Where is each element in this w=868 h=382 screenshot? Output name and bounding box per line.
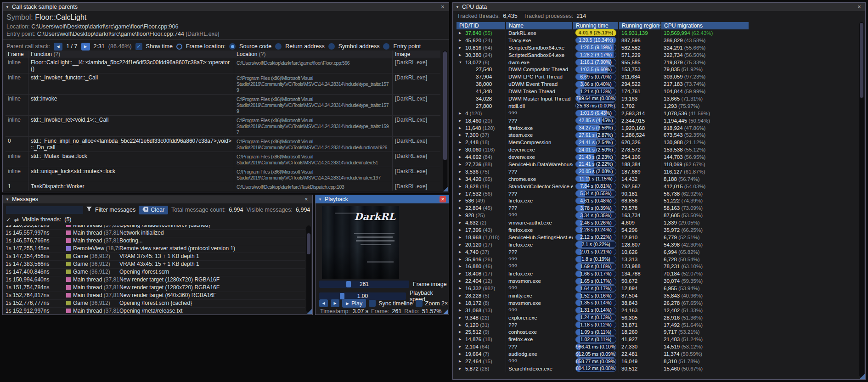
expand-row-icon[interactable]: ▶ (459, 31, 465, 35)
callstack-row[interactable]: inlinestd::_Invoker_ret<void,1>::_CallC:… (6, 116, 440, 137)
clear-button[interactable]: Clear (139, 206, 168, 214)
expand-row-icon[interactable]: ▶ (459, 206, 465, 210)
cpu-row[interactable]: ▶18,460 (20)???42.85 s (4.45%)2,344,9151… (457, 117, 858, 124)
col-pid-tid[interactable]: PID/TID (457, 22, 506, 29)
cpu-row[interactable]: ▶17,396 (43)firefox.exe2.28 s (0.24%)54,… (457, 226, 858, 234)
zoom-2x-checkbox[interactable] (416, 300, 423, 307)
col-running-time[interactable]: Running time (573, 22, 619, 29)
message-row[interactable]: 1s 146,576,766nsMain thread (37,812)Boot… (6, 237, 305, 245)
cpu-row[interactable]: ▶4 (120)???1:01.9 (6.43%)2,593,3141,078,… (457, 110, 858, 117)
cpu-row[interactable]: ▶19,664 (7)audiodg.exe912.05 ms (0.09%)2… (457, 350, 858, 358)
collapse-row-icon[interactable]: ▼ (459, 61, 465, 64)
cpu-row[interactable]: 41,348DWM Token Thread1.21 s (0.13%)174,… (457, 88, 858, 95)
cpu-row[interactable]: ▶22,804 (45)???3.78 s (0.39%)79,57858,16… (457, 204, 858, 212)
expand-row-icon[interactable]: ▶ (459, 264, 465, 268)
cpu-row[interactable]: ▶34,420 (65)chrome.exe11.11 s (1.15%)14,… (457, 175, 858, 183)
cpu-row[interactable]: ▶37,840 (55)DarkRL.exe4:01.9 (25.13%)16,… (457, 29, 858, 37)
expand-row-icon[interactable]: ▶ (459, 236, 465, 239)
message-row[interactable]: 1s 147,354,456nsGame (36,912)VRAM 37x45:… (6, 253, 305, 261)
expand-row-icon[interactable]: ▶ (459, 345, 465, 348)
cpu-row[interactable]: ▶27,736 (88)ServiceHub.DataWarehouseHost… (457, 161, 858, 168)
scrollbar-handle[interactable] (307, 233, 310, 254)
expand-row-icon[interactable]: ▶ (459, 250, 465, 254)
cpu-row[interactable]: ▶8,628 (18)StandardCollector.Service.exe… (457, 183, 858, 190)
check-all-icon[interactable]: ✓ (6, 216, 11, 223)
cpu-row[interactable]: ▶4,740 (37)???2.01 s (0.21%)10,6266,994 … (457, 248, 858, 256)
expand-row-icon[interactable]: ▶ (459, 199, 465, 202)
expand-row-icon[interactable]: ▶ (459, 213, 465, 217)
callstack-row[interactable]: inlinestd::unique_lock<std::mutex>::lock… (6, 167, 440, 182)
cpu-row[interactable]: ▶18,408 (17)firefox.exe1.66 s (0.17%)134… (457, 270, 858, 277)
expand-row-icon[interactable]: ▶ (459, 192, 465, 196)
cpu-row[interactable]: ▶2,104 (64)???986.41 ms (0.10%)27,33014,… (457, 343, 858, 350)
message-row[interactable]: 1s 145,557,997nsMain thread (37,812)Netw… (6, 230, 305, 237)
shuffle-icon[interactable]: ⇄ (14, 216, 18, 223)
sync-timeline-checkbox[interactable] (369, 300, 376, 307)
scrollbar-handle[interactable] (860, 23, 863, 98)
resize-grip[interactable] (860, 374, 865, 379)
cpu-row[interactable]: 27,548DWM Compositor Thread1:03.5 (6.60%… (457, 66, 858, 73)
expand-row-icon[interactable]: ▶ (459, 221, 465, 225)
expand-row-icon[interactable]: ▶ (459, 170, 465, 174)
expand-row-icon[interactable]: ▶ (459, 112, 465, 115)
message-row[interactable]: 1s 152,776,777nsGame (36,912)Opening /fo… (6, 300, 305, 308)
col-function[interactable]: Function (?) (28, 51, 234, 58)
col-frame[interactable]: Frame (6, 51, 28, 58)
cpu-row[interactable]: ▶31,068 (13)???1.31 s (0.14%)24,16312,40… (457, 307, 858, 314)
cpu-row[interactable]: ▶928 (25)???3.34 s (0.35%)163,73487,605 … (457, 212, 858, 219)
cpu-row[interactable]: ▼13,072 (6)dwm.exe1:16.1 (7.90%)955,5857… (457, 59, 858, 66)
close-icon[interactable]: × (440, 4, 446, 10)
cpu-row[interactable]: ▶7,300 (37)steam.exe27.61 s (2.87%)1,286… (457, 131, 858, 139)
show-time-checkbox[interactable]: ✓ (135, 43, 142, 50)
expand-row-icon[interactable]: ▶ (459, 185, 465, 188)
radio-source-code[interactable] (229, 43, 236, 50)
callstack-row[interactable]: inlinestd::invokeC:\Program Files (x86)\… (6, 95, 440, 116)
message-row[interactable]: 1s 147,400,846nsGame (36,912)Opening /fo… (6, 269, 305, 276)
cpu-row[interactable]: 34,028DWM Master Input Thread799.64 ms (… (457, 95, 858, 102)
expand-row-icon[interactable]: ▶ (459, 309, 465, 312)
expand-row-icon[interactable]: ▶ (459, 126, 465, 130)
message-row[interactable]: 1s 150,994,640nsMain thread (37,812)New … (6, 276, 305, 284)
expand-row-icon[interactable]: ▶ (459, 279, 465, 283)
cpu-row[interactable]: 27,800ntdll.dll25.93 ms (0.00%)1,7021,29… (457, 102, 858, 110)
expand-row-icon[interactable]: ▶ (459, 316, 465, 320)
cpu-row[interactable]: ▶35,916 (26)???1.8 s (0.19%)13,3136,728 … (457, 256, 858, 263)
visible-threads-label[interactable]: Visible threads: (22, 216, 61, 223)
expand-row-icon[interactable]: ▶ (459, 323, 465, 327)
expand-row-icon[interactable]: ▶ (459, 228, 465, 232)
cpu-row[interactable]: 38,000uDWM Event Thread3.86 s (0.40%)294… (457, 80, 858, 88)
cpu-row[interactable]: ▶10,816 (64)ScriptedSandbox64.exe1:28.5 … (457, 44, 858, 51)
callstack-row[interactable]: inlineFloor::CalcLight::__l4::<lambda_5b… (6, 58, 440, 73)
resize-grip[interactable] (443, 309, 448, 314)
radio-entry-point[interactable] (383, 43, 389, 50)
collapse-icon[interactable]: ▼ (456, 5, 459, 9)
prev-frame-button[interactable]: ◀ (319, 299, 328, 307)
col-running-regions[interactable]: Running regions (619, 22, 661, 29)
message-row[interactable]: 1s 147,255,145nsRemoteView (18,796)Remot… (6, 245, 305, 253)
callstack-titlebar[interactable]: ▼ Call stack sample parents × (3, 3, 449, 11)
message-row[interactable]: 1s 152,912,997nsMain thread (37,812)Open… (6, 308, 305, 314)
close-icon[interactable]: × (303, 196, 310, 202)
cpu-row[interactable]: ▶14,876 (18)firefox.exe1.02 s (0.11%)41,… (457, 336, 858, 343)
play-button[interactable]: ▶Play (342, 299, 366, 308)
cpu-row[interactable]: ▶16,880 (46)???1.69 s (0.18%)123,98878,2… (457, 263, 858, 270)
cpu-row[interactable]: ▶536 (49)firefox.exe4.61 s (0.48%)68,856… (457, 197, 858, 204)
expand-row-icon[interactable]: ▶ (459, 46, 465, 50)
expand-row-icon[interactable]: ▶ (459, 258, 465, 261)
close-icon[interactable]: × (440, 196, 446, 202)
callstack-row[interactable]: inlinestd::_Mutex_base::lockC:\Program F… (6, 152, 440, 167)
expand-row-icon[interactable]: ▶ (459, 301, 465, 305)
expand-row-icon[interactable]: ▶ (459, 155, 465, 159)
cpu-row[interactable]: ▶20,120 (17)firefox.exe2.1 s (0.22%)128,… (457, 241, 858, 248)
frame-image-slider[interactable]: 261 (319, 281, 409, 288)
col-location[interactable]: Location (?) (234, 51, 393, 58)
cpu-row[interactable]: ▶30,380 (24)ScriptedSandbox64.exe1:28.2 … (457, 51, 858, 59)
cpu-row[interactable]: ▶4,632 (2)vmware-authd.exe2.46 s (0.26%)… (457, 219, 858, 226)
cpu-row[interactable]: ▶16,332 (982)???1.64 s (0.17%)12,8946,95… (457, 285, 858, 292)
expand-row-icon[interactable]: ▶ (459, 360, 465, 363)
expand-row-icon[interactable]: ▶ (459, 272, 465, 275)
expand-row-icon[interactable]: ▶ (459, 163, 465, 166)
expand-row-icon[interactable]: ▶ (459, 133, 465, 137)
resize-grip[interactable] (443, 186, 448, 191)
cpu-row[interactable]: ▶30,060 (116)devenv.exe24.01 s (2.50%)27… (457, 146, 858, 153)
